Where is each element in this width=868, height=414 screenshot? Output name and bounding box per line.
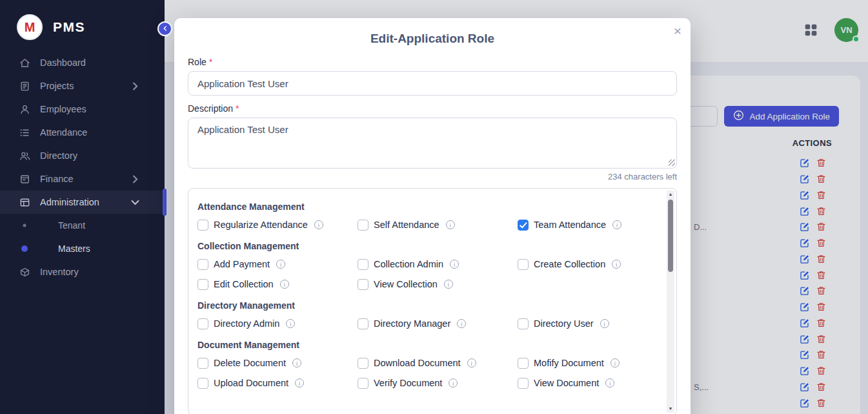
sidebar-subitem-label: Masters <box>58 243 90 254</box>
sidebar-item-label: Attendance <box>40 127 87 138</box>
sidebar-item-inventory[interactable]: Inventory <box>0 260 165 284</box>
checkbox[interactable] <box>197 378 208 389</box>
permission-upload-document[interactable]: Upload Document <box>197 377 358 389</box>
chevron-down-icon <box>130 197 141 208</box>
characters-left-hint: 234 characters left <box>188 172 677 181</box>
sidebar-item-label: Employees <box>40 104 86 114</box>
info-icon <box>314 220 323 229</box>
info-icon <box>467 358 476 367</box>
chevron-right-icon <box>130 81 141 92</box>
permission-self-attendance[interactable]: Self Attendance <box>358 219 518 231</box>
checkbox[interactable] <box>358 318 368 329</box>
close-icon[interactable]: × <box>674 24 681 37</box>
permission-create-collection[interactable]: Create Collection <box>518 258 654 270</box>
permission-directory-admin[interactable]: Directory Admin <box>197 318 358 329</box>
permission-view-document[interactable]: View Document <box>518 377 654 389</box>
checkbox[interactable] <box>197 358 208 369</box>
checkbox[interactable] <box>358 220 368 231</box>
permission-label: View Document <box>534 378 599 388</box>
role-input[interactable] <box>188 71 677 96</box>
checkbox[interactable] <box>197 259 208 270</box>
info-icon <box>444 280 453 289</box>
permission-download-document[interactable]: Download Document <box>358 357 518 369</box>
checkbox-checked[interactable] <box>518 220 529 231</box>
permission-team-attendance[interactable]: Team Attendance <box>518 219 654 231</box>
description-input[interactable]: Application Test User <box>188 118 677 169</box>
checkbox[interactable] <box>358 378 368 389</box>
edit-application-role-modal: Edit-Application Role × Role* Descriptio… <box>174 18 691 414</box>
permission-group: Document ManagementDelete DocumentDownlo… <box>197 340 654 389</box>
permission-label: Create Collection <box>534 259 605 269</box>
sidebar-item-dashboard[interactable]: Dashboard <box>0 51 165 74</box>
permission-group: Attendance ManagementRegularize Attendan… <box>197 202 654 231</box>
info-icon <box>612 220 621 229</box>
permission-mofify-document[interactable]: Mofify Document <box>518 357 654 369</box>
info-icon <box>292 358 301 367</box>
checkbox[interactable] <box>518 259 529 270</box>
checkbox[interactable] <box>197 279 208 290</box>
description-label-text: Description <box>188 103 233 114</box>
modal-body: Role* Description* Application Test User… <box>174 57 691 414</box>
permission-view-collection[interactable]: View Collection <box>358 278 518 290</box>
checkbox[interactable] <box>358 259 368 270</box>
scroll-down-arrow-icon[interactable]: ▼ <box>667 405 674 413</box>
bullet-dot-icon <box>21 245 28 252</box>
permissions-panel: Attendance ManagementRegularize Attendan… <box>188 188 677 414</box>
permission-label: Upload Document <box>214 378 288 388</box>
sidebar-item-administration[interactable]: Administration <box>0 191 165 214</box>
permission-label: Add Payment <box>214 259 270 269</box>
permission-label: Directory Admin <box>214 318 279 329</box>
checkbox[interactable] <box>518 318 529 329</box>
permission-label: Download Document <box>374 358 461 368</box>
permission-label: Verify Document <box>374 378 442 388</box>
scrollbar[interactable]: ▲ ▼ <box>667 191 674 413</box>
logo-m-icon: M <box>17 14 43 40</box>
info-icon <box>605 378 614 388</box>
permission-regularize-attendance[interactable]: Regularize Attendance <box>197 219 358 231</box>
sidebar-item-label: Directory <box>40 150 77 161</box>
sidebar-item-directory[interactable]: Directory <box>0 144 165 167</box>
directory-icon <box>19 150 30 161</box>
checkbox[interactable] <box>518 378 529 389</box>
sidebar-subitem-label: Tenant <box>58 220 85 231</box>
scroll-thumb[interactable] <box>668 200 673 272</box>
permission-label: Collection Admin <box>374 259 443 269</box>
chevron-left-icon <box>162 24 168 34</box>
checkbox[interactable] <box>358 358 368 369</box>
sidebar-collapse-button[interactable] <box>157 21 172 36</box>
sidebar-item-projects[interactable]: Projects <box>0 74 165 98</box>
info-icon <box>450 260 459 269</box>
checkbox[interactable] <box>197 318 208 329</box>
checkbox[interactable] <box>197 220 208 231</box>
sidebar-subitem-tenant[interactable]: Tenant <box>0 214 165 237</box>
modal-title: Edit-Application Role <box>174 30 691 47</box>
permission-label: Delete Document <box>214 358 286 368</box>
permission-delete-document[interactable]: Delete Document <box>197 357 358 369</box>
permission-verify-document[interactable]: Verify Document <box>358 377 518 389</box>
checkbox[interactable] <box>518 358 529 369</box>
screen: M PMS DashboardProjectsEmployeesAttendan… <box>0 0 868 414</box>
info-icon <box>457 319 466 328</box>
sidebar-item-employees[interactable]: Employees <box>0 98 165 121</box>
sidebar-subitem-masters[interactable]: Masters <box>0 237 165 260</box>
app-logo: M PMS <box>0 0 165 51</box>
permission-edit-collection[interactable]: Edit Collection <box>197 278 358 290</box>
sidebar-item-finance[interactable]: Finance <box>0 167 165 191</box>
permission-group-title: Attendance Management <box>197 202 654 212</box>
permission-group-title: Directory Management <box>197 300 654 311</box>
home-icon <box>19 57 30 68</box>
role-label: Role* <box>188 57 677 67</box>
permission-directory-user[interactable]: Directory User <box>518 318 654 329</box>
sidebar-item-label: Inventory <box>40 267 79 277</box>
attendance-icon <box>19 127 30 138</box>
permission-label: View Collection <box>374 279 438 289</box>
checkbox[interactable] <box>358 279 368 290</box>
required-marker: * <box>209 57 212 67</box>
permission-add-payment[interactable]: Add Payment <box>197 258 358 270</box>
info-icon <box>280 280 289 289</box>
permission-group: Directory ManagementDirectory AdminDirec… <box>197 300 654 329</box>
scroll-up-arrow-icon[interactable]: ▲ <box>667 191 674 198</box>
sidebar-item-attendance[interactable]: Attendance <box>0 121 165 144</box>
permission-directory-manager[interactable]: Directory Manager <box>358 318 518 329</box>
permission-collection-admin[interactable]: Collection Admin <box>358 258 518 270</box>
